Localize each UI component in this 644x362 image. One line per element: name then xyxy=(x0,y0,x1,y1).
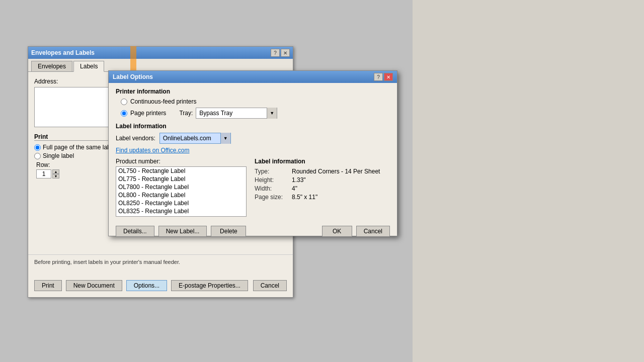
tray-dropdown[interactable]: Bypass Tray ▼ xyxy=(196,108,277,119)
delete-button[interactable]: Delete xyxy=(211,226,246,237)
env-help-button[interactable]: ? xyxy=(271,49,280,57)
print-button[interactable]: Print xyxy=(34,280,62,291)
label-help-button[interactable]: ? xyxy=(374,73,383,81)
env-dialog-title: Envelopes and Labels xyxy=(31,49,95,56)
tab-labels[interactable]: Labels xyxy=(73,61,104,72)
page-printers-option[interactable]: Page printers Tray: Bypass Tray ▼ xyxy=(121,108,390,119)
row-arrows: ▲ ▼ xyxy=(52,169,59,178)
vendors-row: Label vendors: OnlineLabels.com ▼ xyxy=(116,133,390,144)
vendors-value: OnlineLabels.com xyxy=(160,135,220,142)
printer-radios: Continuous-feed printers Page printers T… xyxy=(121,98,390,119)
list-item[interactable]: OL750 - Rectangle Label xyxy=(116,167,246,175)
new-document-button[interactable]: New Document xyxy=(66,280,122,291)
env-cancel-button[interactable]: Cancel xyxy=(253,280,287,291)
row-input[interactable] xyxy=(36,169,51,178)
list-item[interactable]: OL7800 - Rectangle Label xyxy=(116,183,246,191)
label-info-box: Label information Type: Rounded Corners … xyxy=(255,158,390,217)
height-row: Height: 1.33" xyxy=(255,176,390,184)
label-dialog-titlebar: Label Options ? ✕ xyxy=(109,71,397,83)
row-down-arrow[interactable]: ▼ xyxy=(52,174,59,178)
continuous-feed-label: Continuous-feed printers xyxy=(130,98,196,105)
page-size-row: Page size: 8.5" x 11" xyxy=(255,194,390,201)
new-label-button[interactable]: New Label... xyxy=(158,226,207,237)
env-titlebar-buttons: ? ✕ xyxy=(271,49,290,57)
list-item[interactable]: OL8250 - Rectangle Label xyxy=(116,199,246,207)
env-dialog-titlebar: Envelopes and Labels ? ✕ xyxy=(28,47,293,59)
tab-envelopes[interactable]: Envelopes xyxy=(31,61,72,71)
env-close-button[interactable]: ✕ xyxy=(281,49,290,57)
page-printers-radio[interactable] xyxy=(121,110,127,117)
label-options-dialog: Label Options ? ✕ Printer information Co… xyxy=(108,70,397,236)
label-info-section: Label information Label vendors: OnlineL… xyxy=(116,123,390,217)
width-row: Width: 4" xyxy=(255,185,390,192)
label-dialog-title: Label Options xyxy=(113,73,153,80)
page-size-value: 8.5" x 11" xyxy=(292,194,317,201)
type-row: Type: Rounded Corners - 14 Per Sheet xyxy=(255,168,390,175)
env-notice: Before printing, insert labels in your p… xyxy=(28,254,293,269)
page-size-key: Page size: xyxy=(255,194,290,201)
full-page-label: Full page of the same label xyxy=(43,144,115,151)
vendors-dropdown[interactable]: OnlineLabels.com ▼ xyxy=(159,133,231,144)
width-key: Width: xyxy=(255,185,290,192)
list-item[interactable]: OL775 - Rectangle Label xyxy=(116,175,246,183)
vendors-dropdown-arrow[interactable]: ▼ xyxy=(220,133,230,144)
printer-info-label: Printer information xyxy=(116,88,390,95)
type-key: Type: xyxy=(255,168,290,175)
label-content: Printer information Continuous-feed prin… xyxy=(109,83,397,222)
height-key: Height: xyxy=(255,176,290,184)
product-label-row: Product number: OL750 - Rectangle Label … xyxy=(116,158,390,217)
tray-value: Bypass Tray xyxy=(196,110,267,117)
e-postage-button[interactable]: E-postage Properties... xyxy=(171,280,248,291)
single-label-label: Single label xyxy=(43,152,74,159)
tray-row: Tray: Bypass Tray ▼ xyxy=(179,108,277,119)
label-info-box-title: Label information xyxy=(255,158,390,165)
product-number-section: Product number: OL750 - Rectangle Label … xyxy=(116,158,247,217)
details-button[interactable]: Details... xyxy=(116,226,154,237)
type-value: Rounded Corners - 14 Per Sheet xyxy=(292,168,380,175)
label-close-button[interactable]: ✕ xyxy=(384,73,393,81)
vendors-label: Label vendors: xyxy=(116,135,155,142)
product-list[interactable]: OL750 - Rectangle Label OL775 - Rectangl… xyxy=(116,167,246,216)
ok-button[interactable]: OK xyxy=(322,226,352,237)
right-panel xyxy=(413,0,644,362)
find-updates-link[interactable]: Find updates on Office.com xyxy=(116,147,390,154)
label-titlebar-buttons: ? ✕ xyxy=(374,73,393,81)
width-value: 4" xyxy=(292,185,297,192)
page-printers-label: Page printers xyxy=(130,110,166,117)
continuous-feed-option[interactable]: Continuous-feed printers xyxy=(121,98,390,105)
env-buttons: Print New Document Options... E-postage … xyxy=(28,280,293,291)
label-cancel-button[interactable]: Cancel xyxy=(356,226,390,237)
row-up-arrow[interactable]: ▲ xyxy=(52,169,59,174)
product-list-container: OL750 - Rectangle Label OL775 - Rectangl… xyxy=(116,166,247,217)
label-info-table: Type: Rounded Corners - 14 Per Sheet Hei… xyxy=(255,168,390,201)
list-item[interactable]: OL8325 - Rectangle Label xyxy=(116,207,246,215)
single-label-radio[interactable] xyxy=(34,153,41,159)
height-value: 1.33" xyxy=(292,176,306,184)
tray-dropdown-arrow[interactable]: ▼ xyxy=(267,108,277,119)
tray-label: Tray: xyxy=(179,110,193,117)
continuous-feed-radio[interactable] xyxy=(121,99,127,105)
full-page-radio[interactable] xyxy=(34,144,41,151)
options-button[interactable]: Options... xyxy=(126,280,167,291)
label-info-section-label: Label information xyxy=(116,123,390,130)
list-item[interactable]: OL800 - Rectangle Label xyxy=(116,191,246,199)
label-dialog-buttons: Details... New Label... Delete OK Cancel xyxy=(109,222,397,241)
product-number-label: Product number: xyxy=(116,158,247,165)
